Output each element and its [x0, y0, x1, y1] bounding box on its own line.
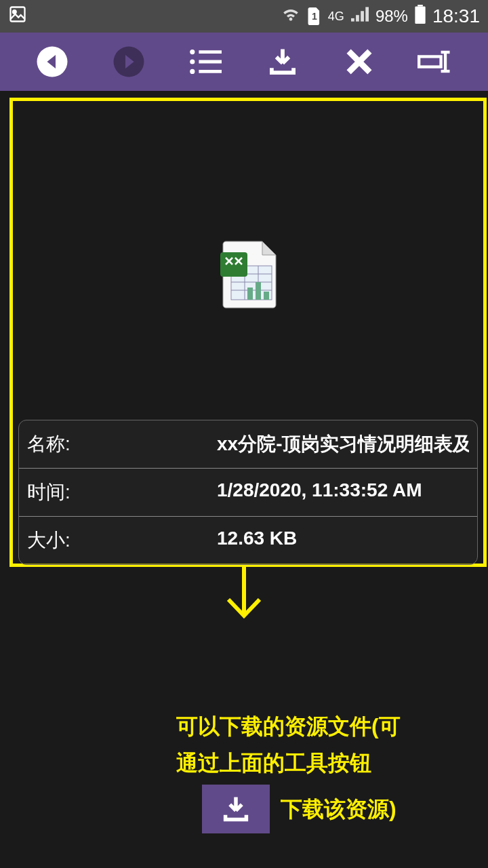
svg-rect-29 [220, 252, 247, 277]
svg-rect-6 [365, 7, 369, 21]
svg-point-11 [190, 50, 195, 54]
status-bar: 1 4G 98% 18:31 [0, 0, 488, 33]
svg-rect-31 [256, 282, 261, 300]
svg-rect-4 [356, 15, 359, 21]
size-label: 大小: [27, 528, 217, 553]
svg-text:1: 1 [312, 11, 317, 22]
annotation-line1: 可以下载的资源文件(可 [176, 708, 420, 745]
download-button[interactable] [262, 41, 303, 82]
clock-time: 18:31 [432, 5, 480, 27]
time-label: 时间: [27, 479, 217, 505]
content-area: 名称: xx分院-顶岗实习情况明细表及统计 时间: 1/28/2020, 11:… [0, 91, 488, 868]
rename-button[interactable] [415, 41, 456, 82]
svg-rect-3 [351, 18, 354, 22]
battery-percent: 98% [375, 7, 408, 26]
list-button[interactable] [185, 41, 226, 82]
excel-file-icon [216, 239, 280, 309]
forward-button[interactable] [108, 41, 149, 82]
battery-icon [415, 5, 426, 28]
toolbar [0, 33, 488, 91]
arrow-down-icon [220, 566, 268, 629]
signal-icon [351, 7, 369, 26]
info-row-time: 时间: 1/28/2020, 11:33:52 AM [19, 469, 477, 517]
annotation-line2: 通过上面的工具按钮 [176, 745, 420, 781]
network-type: 4G [328, 9, 344, 24]
back-button[interactable] [32, 41, 73, 82]
svg-rect-0 [11, 7, 25, 22]
download-button-inline [202, 785, 270, 833]
svg-rect-19 [419, 56, 441, 66]
svg-point-13 [190, 59, 195, 64]
svg-rect-7 [418, 5, 423, 7]
close-button[interactable] [339, 41, 380, 82]
file-preview[interactable] [13, 101, 483, 420]
name-value: xx分院-顶岗实习情况明细表及统计 [217, 431, 469, 457]
highlight-box: 名称: xx分院-顶岗实习情况明细表及统计 时间: 1/28/2020, 11:… [9, 98, 487, 567]
svg-point-15 [190, 69, 195, 74]
svg-rect-30 [247, 288, 253, 300]
name-label: 名称: [27, 431, 217, 457]
info-row-size: 大小: 12.63 KB [19, 517, 477, 564]
annotation-line3: 下载该资源) [281, 791, 396, 827]
sim-icon: 1 [308, 7, 321, 25]
svg-rect-8 [415, 7, 425, 24]
image-icon [8, 5, 27, 28]
annotation-text: 可以下载的资源文件(可 通过上面的工具按钮 下载该资源) [176, 708, 420, 833]
size-value: 12.63 KB [217, 528, 469, 553]
svg-rect-5 [361, 11, 364, 21]
svg-rect-32 [264, 292, 269, 300]
wifi-icon [281, 6, 301, 26]
file-info-panel: 名称: xx分院-顶岗实习情况明细表及统计 时间: 1/28/2020, 11:… [18, 420, 478, 565]
time-value: 1/28/2020, 11:33:52 AM [217, 479, 469, 505]
info-row-name: 名称: xx分院-顶岗实习情况明细表及统计 [19, 420, 477, 469]
svg-point-1 [13, 10, 16, 14]
